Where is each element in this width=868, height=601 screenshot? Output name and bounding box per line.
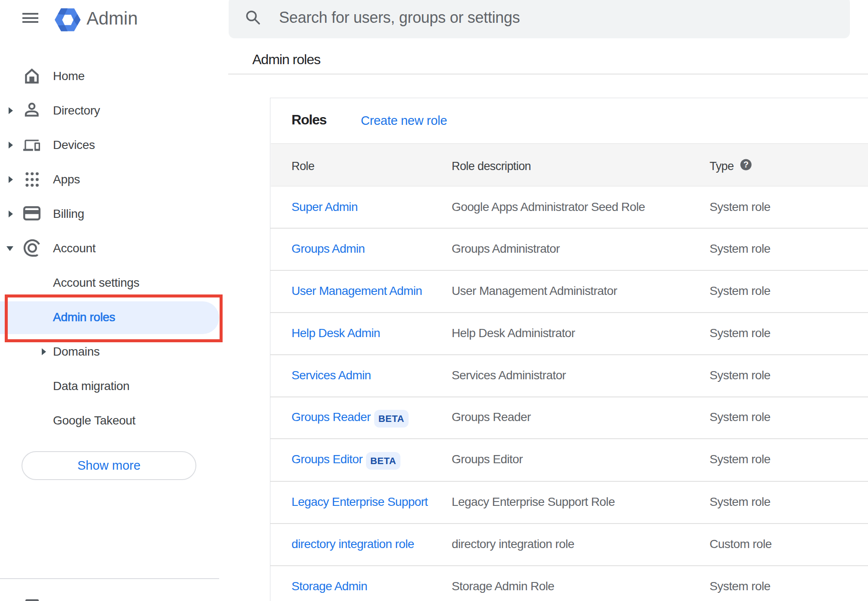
svg-text:?: ?	[743, 160, 748, 169]
